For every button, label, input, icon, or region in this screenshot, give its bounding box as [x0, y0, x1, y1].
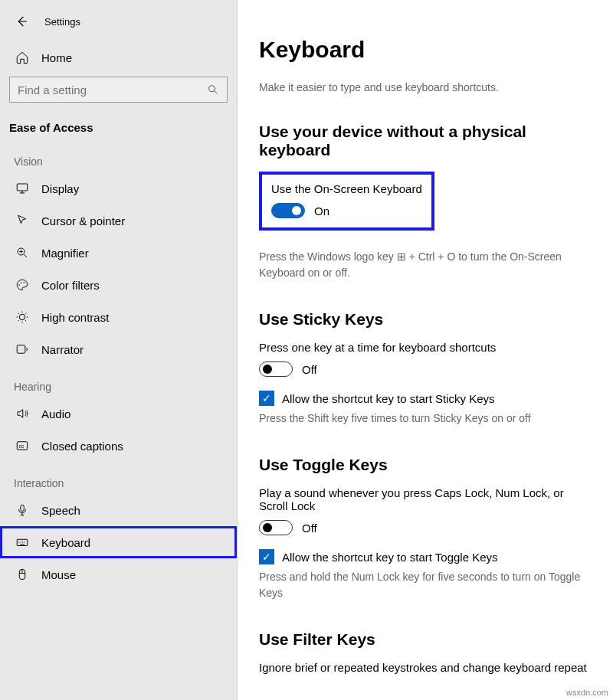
app-title: Settings: [44, 16, 80, 28]
sidebar-item-label: High contrast: [41, 311, 109, 324]
sidebar-item-display[interactable]: Display: [0, 172, 237, 204]
sidebar-item-cursor[interactable]: Cursor & pointer: [0, 204, 237, 237]
sidebar-item-closedcaptions[interactable]: cc Closed captions: [0, 430, 237, 462]
keyboard-icon: [14, 535, 31, 549]
category-hearing: Hearing: [0, 365, 237, 397]
home-link[interactable]: Home: [0, 43, 237, 72]
sticky-hint: Press the Shift key five times to turn S…: [259, 411, 592, 427]
svg-point-0: [209, 86, 215, 92]
search-box[interactable]: [9, 77, 228, 103]
sidebar-item-label: Color filters: [41, 279, 100, 292]
svg-point-6: [19, 314, 25, 320]
magnifier-icon: [14, 246, 31, 260]
contrast-icon: [14, 310, 31, 324]
sidebar-item-label: Cursor & pointer: [41, 214, 125, 227]
sidebar-item-label: Audio: [41, 407, 70, 420]
content-pane: Keyboard Make it easier to type and use …: [238, 0, 613, 700]
sidebar-item-label: Magnifier: [41, 247, 89, 260]
sidebar-item-label: Narrator: [41, 343, 84, 356]
sidebar-item-label: Keyboard: [41, 536, 90, 549]
mic-icon: [14, 503, 31, 517]
sidebar-item-colorfilters[interactable]: Color filters: [0, 269, 237, 301]
sidebar: Settings Home Ease of Access Vision Disp…: [0, 0, 238, 700]
svg-rect-10: [21, 505, 25, 511]
audio-icon: [14, 407, 31, 420]
sidebar-item-keyboard[interactable]: Keyboard: [0, 526, 237, 558]
page-title: Keyboard: [259, 37, 592, 63]
onscreen-hint: Press the Windows logo key ⊞ + Ctrl + O …: [259, 249, 592, 281]
toggle-check-label: Allow the shortcut key to start Toggle K…: [282, 551, 498, 564]
svg-text:cc: cc: [19, 443, 25, 449]
sidebar-item-label: Closed captions: [41, 440, 123, 453]
svg-point-3: [19, 284, 21, 286]
category-interaction: Interaction: [0, 462, 237, 494]
svg-point-4: [21, 282, 22, 283]
back-button[interactable]: [11, 11, 32, 32]
sidebar-item-speech[interactable]: Speech: [0, 494, 237, 526]
onscreen-state: On: [314, 204, 329, 218]
filter-heading: Use Filter Keys: [259, 630, 592, 649]
toggle-checkbox[interactable]: ✓: [259, 549, 274, 564]
narrator-icon: [14, 342, 31, 356]
sidebar-item-narrator[interactable]: Narrator: [0, 333, 237, 365]
category-vision: Vision: [0, 140, 237, 172]
onscreen-label: Use the On-Screen Keyboard: [271, 182, 422, 195]
home-icon: [14, 51, 31, 64]
section-title: Ease of Access: [0, 112, 237, 140]
onscreen-heading: Use your device without a physical keybo…: [259, 123, 592, 159]
page-subtitle: Make it easier to type and use keyboard …: [259, 81, 592, 93]
sticky-check-label: Allow the shortcut key to start Sticky K…: [282, 392, 495, 405]
svg-point-5: [24, 282, 25, 283]
toggle-label: Play a sound whenever you press Caps Loc…: [259, 486, 592, 512]
sticky-checkbox[interactable]: ✓: [259, 391, 274, 406]
sticky-state: Off: [302, 363, 317, 376]
mouse-icon: [14, 568, 31, 581]
search-icon: [207, 83, 219, 96]
sidebar-item-label: Speech: [41, 504, 80, 517]
watermark: wsxdn.com: [566, 688, 608, 697]
toggle-state: Off: [302, 522, 317, 535]
togglekeys-toggle[interactable]: [259, 520, 293, 535]
filter-label: Ignore brief or repeated keystrokes and …: [259, 661, 592, 674]
cursor-icon: [14, 214, 31, 227]
monitor-icon: [14, 182, 31, 195]
sidebar-item-label: Display: [41, 182, 79, 195]
sidebar-item-audio[interactable]: Audio: [0, 397, 237, 430]
sidebar-item-label: Mouse: [41, 568, 76, 581]
onscreen-highlight: Use the On-Screen Keyboard On: [259, 172, 434, 231]
sidebar-item-magnifier[interactable]: Magnifier: [0, 237, 237, 269]
search-input[interactable]: [18, 83, 219, 96]
sticky-heading: Use Sticky Keys: [259, 310, 592, 329]
sticky-label: Press one key at a time for keyboard sho…: [259, 341, 592, 354]
cc-icon: cc: [14, 439, 31, 453]
sticky-toggle[interactable]: [259, 361, 293, 377]
palette-icon: [14, 278, 31, 292]
toggle-hint: Press and hold the Num Lock key for five…: [259, 569, 592, 601]
sidebar-item-highcontrast[interactable]: High contrast: [0, 301, 237, 333]
arrow-left-icon: [15, 15, 28, 28]
toggle-heading: Use Toggle Keys: [259, 456, 592, 474]
home-label: Home: [41, 51, 72, 64]
sidebar-item-mouse[interactable]: Mouse: [0, 558, 237, 590]
onscreen-toggle[interactable]: [271, 203, 305, 218]
svg-rect-7: [17, 345, 25, 354]
svg-rect-1: [17, 184, 28, 191]
